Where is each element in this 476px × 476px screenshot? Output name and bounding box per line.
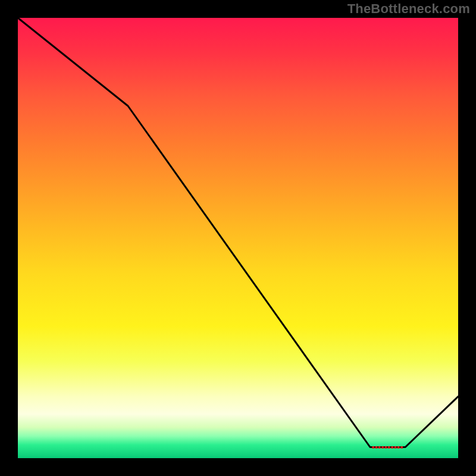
chart-frame: TheBottleneck.com ■■■■■■■■■■ [0, 0, 476, 476]
watermark-text: TheBottleneck.com [347, 1, 470, 17]
chart-curve [18, 18, 458, 447]
min-plateau-marker: ■■■■■■■■■■ [372, 444, 403, 450]
chart-line-layer [18, 18, 458, 458]
plot-area: ■■■■■■■■■■ [18, 18, 458, 458]
